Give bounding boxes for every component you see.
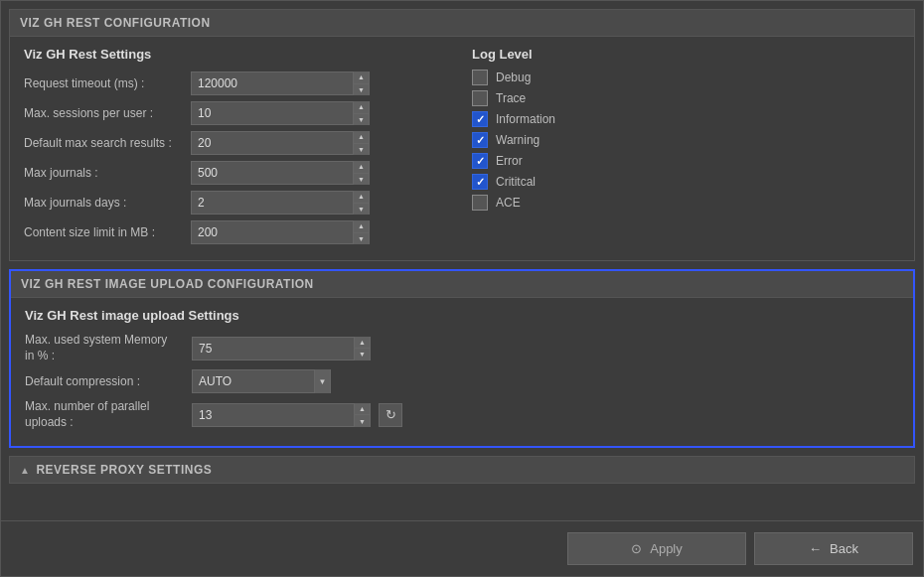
max-search-label: Default max search results :: [24, 136, 183, 150]
apply-label: Apply: [650, 541, 683, 556]
max-journals-input-wrapper: ▲ ▼: [191, 161, 370, 185]
max-search-up[interactable]: ▲: [354, 131, 369, 144]
back-label: Back: [830, 541, 858, 556]
max-journals-days-input[interactable]: [192, 194, 353, 212]
max-sessions-input-wrapper: ▲ ▼: [191, 101, 370, 125]
checkbox-trace[interactable]: [472, 90, 488, 106]
content-size-input[interactable]: [192, 223, 353, 241]
checkbox-debug-row: Debug: [472, 70, 900, 85]
max-journals-days-down[interactable]: ▼: [354, 204, 369, 216]
parallel-uploads-down[interactable]: ▼: [355, 415, 370, 427]
compression-select-arrow: ▼: [314, 369, 330, 393]
main-container: VIZ GH REST CONFIGURATION Viz GH Rest Se…: [0, 0, 924, 577]
checkbox-warning-row: Warning: [472, 132, 900, 148]
content-size-label: Content size limit in MB :: [24, 225, 183, 239]
max-journals-days-row: Max journals days : ▲ ▼: [24, 191, 452, 215]
parallel-uploads-refresh[interactable]: ↻: [379, 403, 402, 427]
max-search-down[interactable]: ▼: [354, 144, 369, 156]
checkbox-warning[interactable]: [472, 132, 488, 148]
checkbox-critical-label: Crititcal: [496, 175, 536, 189]
max-journals-days-label: Max journals days :: [24, 196, 183, 210]
image-upload-title: Viz GH Rest image upload Settings: [25, 308, 899, 323]
max-sessions-up[interactable]: ▲: [354, 101, 369, 114]
max-journals-days-up[interactable]: ▲: [354, 191, 369, 204]
checkbox-information[interactable]: [472, 111, 488, 127]
max-sessions-label: Max. sessions per user :: [24, 106, 183, 120]
image-upload-section: VIZ GH REST IMAGE UPLOAD CONFIGURATION V…: [9, 269, 915, 448]
collapse-icon: ▲: [20, 465, 30, 476]
request-timeout-input-wrapper: ▲ ▼: [191, 72, 370, 95]
max-journals-days-input-wrapper: ▲ ▼: [191, 191, 370, 215]
image-upload-header: VIZ GH REST IMAGE UPLOAD CONFIGURATION: [11, 271, 913, 298]
checkbox-ace-row: ACE: [472, 195, 900, 211]
content-size-down[interactable]: ▼: [354, 233, 369, 245]
image-upload-content: Viz GH Rest image upload Settings Max. u…: [11, 298, 913, 446]
request-timeout-label: Request timeout (ms) :: [24, 76, 183, 90]
content-size-input-wrapper: ▲ ▼: [191, 220, 370, 244]
content-area: VIZ GH REST CONFIGURATION Viz GH Rest Se…: [1, 1, 923, 520]
rest-config-section: VIZ GH REST CONFIGURATION Viz GH Rest Se…: [9, 9, 915, 261]
parallel-uploads-label: Max. number of paralleluploads :: [25, 399, 184, 430]
checkbox-information-label: Information: [496, 112, 555, 126]
checkbox-ace[interactable]: [472, 195, 488, 211]
rest-config-left: Viz GH Rest Settings Request timeout (ms…: [24, 47, 452, 250]
max-memory-label: Max. used system Memoryin % :: [25, 333, 184, 363]
log-level-title: Log Level: [472, 47, 900, 62]
reverse-proxy-title: REVERSE PROXY SETTINGS: [36, 463, 212, 477]
content-size-up[interactable]: ▲: [354, 220, 369, 233]
max-journals-row: Max journals : ▲ ▼: [24, 161, 452, 185]
max-sessions-spinner: ▲ ▼: [353, 101, 369, 125]
max-journals-down[interactable]: ▼: [354, 174, 369, 186]
apply-button[interactable]: ⊙ Apply: [567, 532, 746, 565]
checkbox-ace-label: ACE: [496, 196, 521, 210]
checkbox-error[interactable]: [472, 153, 488, 169]
max-memory-up[interactable]: ▲: [355, 337, 370, 350]
max-journals-input[interactable]: [192, 164, 353, 182]
back-icon: ←: [809, 541, 822, 556]
checkbox-trace-row: Trace: [472, 90, 900, 106]
checkbox-error-row: Error: [472, 153, 900, 169]
parallel-uploads-up[interactable]: ▲: [355, 403, 370, 416]
max-journals-label: Max journals :: [24, 166, 183, 180]
request-timeout-down[interactable]: ▼: [354, 84, 369, 96]
max-memory-spinner: ▲ ▼: [354, 337, 370, 361]
request-timeout-spinner: ▲ ▼: [353, 72, 369, 95]
parallel-uploads-input[interactable]: [193, 406, 354, 424]
max-memory-input[interactable]: [193, 340, 354, 358]
request-timeout-input[interactable]: [192, 74, 353, 92]
request-timeout-up[interactable]: ▲: [354, 72, 369, 84]
checkbox-critical[interactable]: [472, 174, 488, 190]
content-size-row: Content size limit in MB : ▲ ▼: [24, 220, 452, 244]
reverse-proxy-section: ▲ REVERSE PROXY SETTINGS: [9, 456, 915, 484]
max-memory-row: Max. used system Memoryin % : ▲ ▼: [25, 333, 899, 363]
max-journals-up[interactable]: ▲: [354, 161, 369, 174]
compression-select[interactable]: AUTO NONE LOW MEDIUM HIGH: [193, 372, 314, 390]
max-memory-down[interactable]: ▼: [355, 349, 370, 361]
checkbox-warning-label: Warning: [496, 133, 539, 147]
max-journals-spinner: ▲ ▼: [353, 161, 369, 185]
checkbox-error-label: Error: [496, 154, 523, 168]
checkbox-information-row: Information: [472, 111, 900, 127]
rest-config-layout: Viz GH Rest Settings Request timeout (ms…: [24, 47, 900, 250]
footer: ⊙ Apply ← Back: [1, 520, 923, 576]
checkbox-debug[interactable]: [472, 70, 488, 85]
max-search-spinner: ▲ ▼: [353, 131, 369, 155]
max-sessions-input[interactable]: [192, 104, 353, 122]
reverse-proxy-header[interactable]: ▲ REVERSE PROXY SETTINGS: [10, 457, 914, 483]
max-journals-days-spinner: ▲ ▼: [353, 191, 369, 215]
checkbox-critical-row: Crititcal: [472, 174, 900, 190]
checkbox-trace-label: Trace: [496, 91, 526, 105]
apply-icon: ⊙: [631, 541, 642, 556]
parallel-uploads-input-wrapper: ▲ ▼: [192, 403, 371, 427]
rest-settings-title: Viz GH Rest Settings: [24, 47, 452, 62]
checkbox-debug-label: Debug: [496, 71, 531, 84]
log-level-col: Log Level Debug Trace Information: [472, 47, 900, 250]
max-search-input[interactable]: [192, 134, 353, 152]
max-sessions-row: Max. sessions per user : ▲ ▼: [24, 101, 452, 125]
request-timeout-row: Request timeout (ms) : ▲ ▼: [24, 72, 452, 95]
parallel-uploads-row: Max. number of paralleluploads : ▲ ▼ ↻: [25, 399, 899, 430]
compression-select-wrapper: AUTO NONE LOW MEDIUM HIGH ▼: [192, 369, 331, 393]
max-sessions-down[interactable]: ▼: [354, 114, 369, 126]
back-button[interactable]: ← Back: [754, 532, 913, 565]
content-size-spinner: ▲ ▼: [353, 220, 369, 244]
